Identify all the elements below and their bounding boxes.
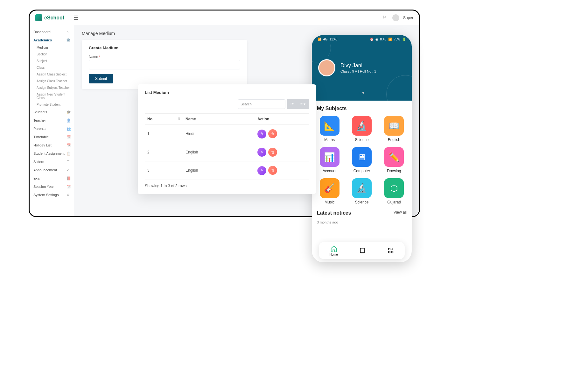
name-input[interactable] (89, 60, 240, 69)
sidebar-item[interactable]: System Settings⚙ (30, 191, 74, 199)
notice-timestamp: 3 months ago (317, 220, 407, 224)
sidebar-label: Academics (33, 38, 52, 42)
submit-button[interactable]: Submit (89, 74, 113, 83)
sidebar-sub-item[interactable]: Assign Subject Teacher (30, 84, 74, 91)
topbar: eSchool ☰ ⚐ Super (30, 11, 419, 25)
user-avatar[interactable] (392, 14, 399, 21)
medium-table: No⇅ Name Action 1Hindi✎🗑2English✎🗑3Engli… (145, 113, 309, 180)
sidebar-item[interactable]: Holiday List📅 (30, 141, 74, 149)
building-icon: 🏛 (66, 38, 70, 42)
battery-percent: 70% (394, 38, 400, 41)
col-action: Action (255, 114, 309, 125)
brand: eSchool (35, 14, 64, 21)
sidebar-item[interactable]: Timetable📅 (30, 133, 74, 141)
col-name[interactable]: Name (183, 114, 255, 125)
subject-tile[interactable]: 🔬Science (349, 178, 374, 204)
flag-icon[interactable]: ⚐ (383, 15, 388, 21)
nav-icon: 📅 (66, 143, 70, 147)
sidebar-sub-item[interactable]: Subject (30, 58, 74, 64)
book-icon (359, 247, 366, 254)
nav-icon: ✓ (66, 168, 70, 172)
mobile-device: 📶 4G 11:45 ⏰ ◉ 0.40 📶 70% 🔋 Divy Jani Cl… (312, 35, 412, 262)
sidebar-item-dashboard[interactable]: Dashboard ⌂ (30, 28, 74, 36)
hamburger-icon[interactable]: ☰ (74, 14, 79, 21)
delete-button[interactable]: 🗑 (268, 129, 277, 138)
sidebar-sub-item[interactable]: Medium (30, 44, 74, 51)
subject-icon: ✏️ (384, 147, 404, 167)
search-input[interactable] (238, 99, 285, 109)
subject-tile[interactable]: 📊Account (317, 147, 342, 173)
edit-button[interactable]: ✎ (257, 166, 266, 175)
sidebar-sub-item[interactable]: Assign New Student Class (30, 91, 74, 101)
subject-tile[interactable]: 📖English (382, 116, 407, 142)
col-no[interactable]: No⇅ (145, 114, 183, 125)
subject-label: Maths (324, 138, 335, 142)
notices-heading: Latest notices View all (317, 210, 407, 216)
network-4g: 4G (323, 38, 327, 41)
sidebar-item[interactable]: Announcement✓ (30, 166, 74, 174)
profile-header: Divy Jani Class : 9 A | Roll No : 1 (312, 43, 412, 101)
subject-label: Account (323, 169, 336, 173)
create-medium-card: Create Medium Name * Submit (82, 40, 247, 89)
profile-name: Divy Jani (340, 62, 376, 69)
nav-icon: 📅 (66, 185, 70, 188)
edit-button[interactable]: ✎ (257, 130, 266, 138)
subjects-heading: My Subjects (317, 106, 407, 111)
delete-button[interactable]: 🗑 (268, 166, 277, 175)
sidebar-item-academics[interactable]: Academics 🏛 (30, 36, 74, 44)
svg-rect-3 (391, 251, 393, 253)
sidebar-sub-item[interactable]: Assign Class Teacher (30, 78, 74, 84)
subject-tile[interactable]: ✏️Drawing (382, 147, 407, 173)
subject-icon: 🖥 (352, 147, 372, 167)
nav-apps[interactable] (387, 247, 394, 254)
sidebar-item[interactable]: Student Assignment📋 (30, 149, 74, 158)
subject-icon: 🎸 (320, 178, 340, 198)
nav-icon: 📋 (66, 152, 70, 155)
subject-label: Music (325, 200, 334, 204)
nav-icon: 📕 (66, 176, 70, 180)
name-label: Name * (89, 55, 240, 59)
subject-tile[interactable]: 📐Maths (317, 116, 342, 142)
mobile-status-bar: 📶 4G 11:45 ⏰ ◉ 0.40 📶 70% 🔋 (312, 35, 412, 43)
columns-button[interactable]: ≡ ▾ (297, 99, 309, 109)
sidebar-sub-item[interactable]: Class (30, 64, 74, 71)
refresh-button[interactable]: ⟳ (287, 99, 297, 109)
sidebar-sub-item[interactable]: Promote Student (30, 101, 74, 108)
home-icon (330, 245, 337, 252)
svg-rect-1 (388, 248, 390, 250)
volte-icon: ◉ (375, 38, 378, 41)
nav-home[interactable]: Home (329, 245, 338, 256)
delete-button[interactable]: 🗑 (268, 148, 277, 157)
subject-tile[interactable]: ⬡Gujarati (382, 178, 407, 204)
list-medium-card: List Medium ⟳ ≡ ▾ No⇅ Name Action 1Hindi… (138, 84, 316, 194)
nav-icon: ⚙ (66, 193, 70, 197)
nav-icon: 👥 (66, 127, 70, 131)
profile-avatar[interactable] (318, 59, 335, 76)
table-row: 3English✎🗑 (145, 161, 309, 180)
subject-label: Drawing (387, 169, 401, 173)
subject-tile[interactable]: 🎸Music (317, 178, 342, 204)
sidebar-item[interactable]: Students🎓 (30, 108, 74, 116)
subject-icon: 🔬 (352, 178, 372, 198)
nav-library[interactable] (359, 247, 366, 254)
sidebar-item[interactable]: Parents👥 (30, 124, 74, 133)
subject-icon: 📊 (320, 147, 340, 167)
sidebar: Dashboard ⌂ Academics 🏛 MediumSectionSub… (30, 25, 74, 216)
subject-icon: 📖 (384, 116, 404, 136)
sidebar-item[interactable]: Session Year📅 (30, 182, 74, 191)
user-name: Super (403, 16, 413, 20)
edit-button[interactable]: ✎ (257, 148, 266, 157)
subject-tile[interactable]: 🔬Science (349, 116, 374, 142)
sidebar-item[interactable]: Exam📕 (30, 174, 74, 182)
sidebar-item[interactable]: Teacher👤 (30, 116, 74, 124)
sidebar-item[interactable]: Sliders☰ (30, 158, 74, 166)
network-icon: 📶 (318, 38, 321, 41)
list-card-title: List Medium (145, 90, 309, 95)
profile-meta: Class : 9 A | Roll No : 1 (340, 69, 376, 73)
view-all-link[interactable]: View all (394, 210, 407, 215)
subject-icon: 📐 (320, 116, 340, 136)
sidebar-sub-item[interactable]: Section (30, 51, 74, 58)
sidebar-sub-item[interactable]: Assign Class Subject (30, 71, 74, 78)
subject-tile[interactable]: 🖥Computer (349, 147, 374, 173)
nav-icon: ☰ (66, 160, 70, 164)
